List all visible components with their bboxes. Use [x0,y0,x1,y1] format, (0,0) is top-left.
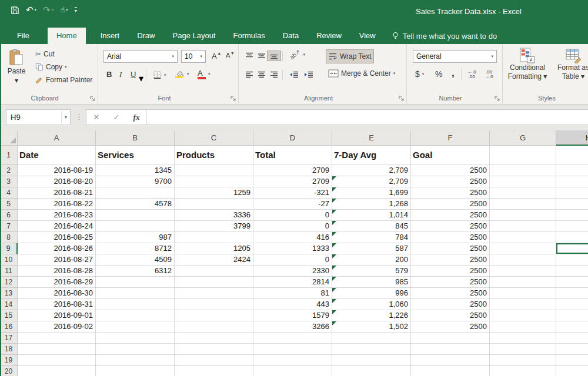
row-header-3[interactable]: 3 [0,176,18,187]
cell-D20[interactable] [253,366,332,376]
row-header-2[interactable]: 2 [0,165,18,176]
cell-D5[interactable]: -27 [253,199,332,210]
format-painter-button[interactable]: Format Painter [33,75,95,85]
cell-G15[interactable] [490,310,556,321]
cell-C3[interactable] [175,176,253,187]
cell-H11[interactable] [556,266,588,277]
cell-H4[interactable] [556,187,588,199]
cell-D9[interactable]: 1333 [253,243,332,254]
cell-G18[interactable] [490,344,556,355]
cell-D18[interactable] [253,344,332,355]
cell-H12[interactable] [556,277,588,288]
cell-H3[interactable] [556,176,588,187]
percent-style-button[interactable]: % [433,68,445,80]
number-dialog-launcher[interactable] [494,95,500,102]
cell-E7[interactable]: 845 [332,221,411,232]
cell-D10[interactable]: 0 [253,254,332,266]
cell-B15[interactable] [96,310,175,321]
cell-G4[interactable] [490,187,556,199]
cell-B14[interactable] [96,299,175,310]
cell-B4[interactable] [96,187,175,199]
cell-H18[interactable] [556,344,588,355]
cell-E6[interactable]: 1,014 [332,210,411,221]
cell-A12[interactable]: 2016-08-29 [18,277,96,288]
number-format-combo[interactable]: General▾ [413,50,497,63]
cell-F20[interactable] [411,366,490,376]
cell-E10[interactable]: 200 [332,254,411,266]
cell-E8[interactable]: 784 [332,232,411,243]
cell-G1[interactable] [490,146,556,165]
cell-C4[interactable]: 1259 [175,187,253,199]
cell-A6[interactable]: 2016-08-23 [18,210,96,221]
cell-B9[interactable]: 8712 [96,243,175,254]
cell-E3[interactable]: 2,709 [332,176,411,187]
cell-E13[interactable]: 996 [332,288,411,299]
cell-D12[interactable]: 2814 [253,277,332,288]
column-header-A[interactable]: A [18,130,96,146]
cell-C13[interactable] [175,288,253,299]
tell-me-box[interactable]: Tell me what you want to do [385,28,504,44]
cell-E19[interactable] [332,355,411,366]
cell-B18[interactable] [96,344,175,355]
cell-B16[interactable] [96,321,175,333]
row-header-1[interactable]: 1 [0,146,18,165]
column-header-G[interactable]: G [490,130,556,146]
cell-G13[interactable] [490,288,556,299]
cell-H16[interactable] [556,321,588,333]
cell-C5[interactable] [175,199,253,210]
column-header-B[interactable]: B [96,130,175,146]
cell-C18[interactable] [175,344,253,355]
row-header-6[interactable]: 6 [0,210,18,221]
cell-G3[interactable] [490,176,556,187]
decrease-decimal-button[interactable]: .00→.0 [482,69,496,80]
cell-D15[interactable]: 1579 [253,310,332,321]
cell-D1[interactable]: Total [253,146,332,165]
orientation-button[interactable]: ab↗▾ [287,50,308,59]
row-header-7[interactable]: 7 [0,221,18,232]
cell-A19[interactable] [18,355,96,366]
row-header-14[interactable]: 14 [0,299,18,310]
cell-A5[interactable]: 2016-08-22 [18,199,96,210]
cell-B13[interactable] [96,288,175,299]
cell-B7[interactable] [96,221,175,232]
font-size-combo[interactable]: 10▾ [181,50,206,63]
cell-D7[interactable]: 0 [253,221,332,232]
cell-A3[interactable]: 2016-08-20 [18,176,96,187]
wrap-text-button[interactable]: Wrap Text [326,49,374,63]
cell-D19[interactable] [253,355,332,366]
cell-F13[interactable]: 2500 [411,288,490,299]
cell-F6[interactable]: 2500 [411,210,490,221]
cell-A13[interactable]: 2016-08-30 [18,288,96,299]
tab-file[interactable]: File [8,28,38,44]
cell-H10[interactable] [556,254,588,266]
cell-H8[interactable] [556,232,588,243]
cell-A20[interactable] [18,366,96,376]
cell-H1[interactable] [556,146,588,165]
cell-D3[interactable]: 2709 [253,176,332,187]
row-header-19[interactable]: 19 [0,355,18,366]
cell-A16[interactable]: 2016-09-02 [18,321,96,333]
cell-C15[interactable] [175,310,253,321]
cell-D4[interactable]: -321 [253,187,332,199]
row-header-12[interactable]: 12 [0,277,18,288]
cell-F10[interactable]: 2500 [411,254,490,266]
cell-H6[interactable] [556,210,588,221]
cell-E20[interactable] [332,366,411,376]
customize-qat-button[interactable]: ▾ [75,7,77,14]
cell-A7[interactable]: 2016-08-24 [18,221,96,232]
shrink-font-button[interactable]: A▾ [223,51,236,60]
format-as-table-button[interactable]: Format as Table ▾ [551,48,588,81]
cell-G9[interactable] [490,243,556,254]
cell-H13[interactable] [556,288,588,299]
cell-E11[interactable]: 579 [332,266,411,277]
column-header-E[interactable]: E [332,130,411,146]
formula-bar-grip[interactable]: ⋮ [75,112,83,121]
cell-F5[interactable]: 2500 [411,199,490,210]
cell-D14[interactable]: 443 [253,299,332,310]
cell-G20[interactable] [490,366,556,376]
cell-B6[interactable] [96,210,175,221]
bold-button[interactable]: B [104,69,114,80]
cell-F9[interactable]: 2500 [411,243,490,254]
cell-D6[interactable]: 0 [253,210,332,221]
cell-C9[interactable]: 1205 [175,243,253,254]
